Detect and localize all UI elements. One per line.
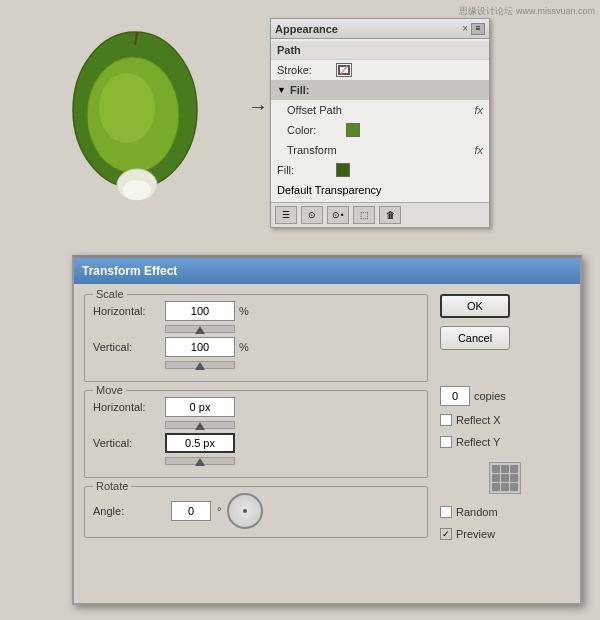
transform-label: Transform — [287, 144, 342, 156]
scale-v-label: Vertical: — [93, 341, 165, 353]
watermark: 思缘设计论坛 www.missvuan.com — [459, 5, 595, 18]
avocado-area — [50, 20, 250, 220]
ap-title-buttons: × ≡ — [462, 23, 485, 35]
fill-label: Fill: — [277, 164, 332, 176]
grid-cell-5 — [501, 474, 509, 482]
td-right-panel: OK Cancel copies Reflect X Reflect Y — [440, 294, 570, 546]
fill-header-label: Fill: — [290, 84, 310, 96]
transform-origin-grid[interactable] — [489, 462, 521, 494]
scale-h-label: Horizontal: — [93, 305, 165, 317]
ap-color-row[interactable]: Color: — [271, 120, 489, 140]
copies-label: copies — [474, 390, 506, 402]
scale-vertical-row: Vertical: % — [93, 337, 419, 357]
scale-h-thumb — [195, 326, 205, 334]
scale-h-slider[interactable] — [165, 325, 235, 333]
scale-h-slider-row — [93, 325, 419, 333]
reflect-x-label: Reflect X — [456, 414, 501, 426]
grid-cell-1 — [492, 465, 500, 473]
ap-move-btn[interactable]: ⊙• — [327, 206, 349, 224]
transparency-label: Default Transparency — [277, 184, 382, 196]
top-section: 思缘设计论坛 www.missvuan.com → Appearance × ≡ — [0, 0, 600, 240]
move-horizontal-row: Horizontal: — [93, 397, 419, 417]
rotate-row: Angle: ° — [93, 493, 419, 529]
reflect-y-label: Reflect Y — [456, 436, 500, 448]
preview-row: ✓ Preview — [440, 528, 570, 540]
grid-cell-8 — [501, 483, 509, 491]
grid-cell-4 — [492, 474, 500, 482]
ap-transform-row[interactable]: Transform fx — [271, 140, 489, 160]
svg-line-7 — [341, 66, 347, 74]
offset-path-fx[interactable]: fx — [474, 104, 483, 116]
td-title: Transform Effect — [82, 264, 177, 278]
ap-duplicate-btn[interactable]: ⊙ — [301, 206, 323, 224]
preview-label: Preview — [456, 528, 495, 540]
move-h-slider[interactable] — [165, 421, 235, 429]
stroke-swatch[interactable] — [336, 63, 352, 77]
move-v-slider[interactable] — [165, 457, 235, 465]
random-checkbox[interactable] — [440, 506, 452, 518]
move-group-box: Move Horizontal: Vertical: — [84, 390, 428, 478]
td-titlebar: Transform Effect — [74, 258, 580, 284]
move-vertical-row: Vertical: — [93, 433, 419, 453]
degree-symbol: ° — [217, 505, 221, 517]
rotate-group-label: Rotate — [93, 480, 131, 492]
svg-point-4 — [123, 180, 151, 200]
ap-path-row: Path — [271, 41, 489, 60]
ap-offset-path-row[interactable]: Offset Path fx — [271, 100, 489, 120]
random-row: Random — [440, 506, 570, 518]
ap-delete-btn[interactable]: 🗑 — [379, 206, 401, 224]
scale-horizontal-row: Horizontal: % — [93, 301, 419, 321]
ap-clear-btn[interactable]: ⬚ — [353, 206, 375, 224]
move-v-thumb — [195, 458, 205, 466]
scale-v-unit: % — [239, 341, 249, 353]
preview-checkbox[interactable]: ✓ — [440, 528, 452, 540]
reflect-x-checkbox[interactable] — [440, 414, 452, 426]
cancel-button[interactable]: Cancel — [440, 326, 510, 350]
grid-cell-9 — [510, 483, 518, 491]
ap-close-button[interactable]: × — [462, 23, 468, 34]
move-h-slider-row — [93, 421, 419, 429]
ap-fill-row[interactable]: Fill: — [271, 160, 489, 180]
grid-cell-6 — [510, 474, 518, 482]
reflect-y-checkbox[interactable] — [440, 436, 452, 448]
td-body: Scale Horizontal: % Vertical: % — [74, 284, 580, 556]
reflect-y-row: Reflect Y — [440, 436, 570, 448]
ap-add-btn[interactable]: ☰ — [275, 206, 297, 224]
ap-fill-header[interactable]: ▼ Fill: — [271, 80, 489, 100]
fill-triangle-icon: ▼ — [277, 85, 286, 95]
grid-cell-3 — [510, 465, 518, 473]
reflect-x-row: Reflect X — [440, 414, 570, 426]
move-h-input[interactable] — [165, 397, 235, 417]
move-h-label: Horizontal: — [93, 401, 165, 413]
scale-h-input[interactable] — [165, 301, 235, 321]
ap-content: Path Stroke: ▼ Fill: Offset Path fx — [271, 39, 489, 202]
grid-cell-2 — [501, 465, 509, 473]
arrow-indicator: → — [248, 95, 268, 118]
rotate-dial[interactable] — [227, 493, 263, 529]
scale-v-slider[interactable] — [165, 361, 235, 369]
offset-path-label: Offset Path — [287, 104, 342, 116]
random-label: Random — [456, 506, 498, 518]
fill-color-swatch[interactable] — [336, 163, 350, 177]
stroke-label: Stroke: — [277, 64, 332, 76]
move-v-input[interactable] — [165, 433, 235, 453]
transform-effect-dialog: Transform Effect Scale Horizontal: % — [72, 255, 582, 605]
scale-v-thumb — [195, 362, 205, 370]
ap-bottom-bar: ☰ ⊙ ⊙• ⬚ 🗑 — [271, 202, 489, 227]
scale-v-slider-row — [93, 361, 419, 369]
color-swatch[interactable] — [346, 123, 360, 137]
copies-row: copies — [440, 386, 570, 406]
color-label: Color: — [287, 124, 342, 136]
transform-fx[interactable]: fx — [474, 144, 483, 156]
svg-point-2 — [99, 73, 155, 143]
ok-button[interactable]: OK — [440, 294, 510, 318]
angle-input[interactable] — [171, 501, 211, 521]
avocado-illustration — [50, 20, 230, 220]
copies-input[interactable] — [440, 386, 470, 406]
appearance-panel: Appearance × ≡ Path Stroke: ▼ Fill: — [270, 18, 490, 228]
rotate-dial-dot — [243, 509, 247, 513]
ap-menu-button[interactable]: ≡ — [471, 23, 485, 35]
scale-v-input[interactable] — [165, 337, 235, 357]
grid-cell-7 — [492, 483, 500, 491]
scale-h-unit: % — [239, 305, 249, 317]
